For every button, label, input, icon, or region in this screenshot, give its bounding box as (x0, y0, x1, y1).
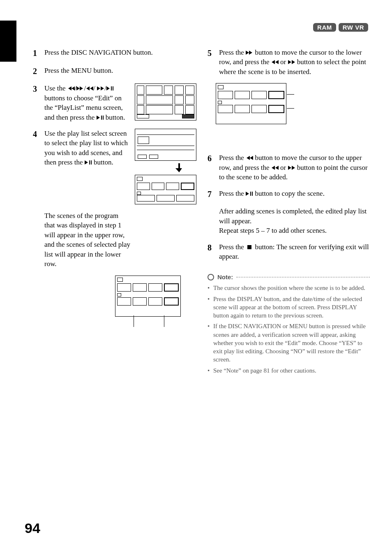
skip-back-icon (67, 86, 75, 91)
rewind-icon (271, 60, 279, 65)
text-frag: Press the (219, 49, 246, 56)
stop-icon (246, 245, 253, 250)
rewind-icon (86, 86, 93, 91)
step-4: 4 Use the play list select screen to sel… (33, 129, 195, 204)
down-arrow-icon (162, 163, 196, 172)
note-list: The cursor shows the position where the … (208, 284, 370, 375)
side-tab (0, 21, 16, 62)
step-text: Press the button: The screen for verifyi… (219, 242, 370, 262)
note-item: If the DISC NAVIGATION or MENU button is… (208, 322, 370, 364)
text-frag: button to copy the scene. (255, 190, 325, 197)
step-number: 2 (33, 66, 40, 77)
right-column: 5 Press the button to move the cursor to… (208, 48, 370, 377)
playlist-select-diagram (135, 129, 196, 161)
step-number: 6 (208, 153, 215, 164)
step-4-note: The scenes of the program that was displ… (33, 211, 195, 269)
format-badges: RAM RW VR (313, 23, 368, 32)
note-heading: Note: (208, 273, 370, 282)
fast-forward-icon (288, 60, 295, 65)
step-6: 6 Press the button to move the cursor to… (208, 153, 370, 182)
step-text: After adding scenes is completed, the ed… (219, 206, 370, 235)
skip-forward-icon (246, 50, 253, 55)
step-7: 7 Press the button to copy the scene. (208, 189, 370, 200)
step-text: Press the MENU button. (44, 66, 195, 75)
badge-rwvr: RW VR (339, 23, 368, 32)
step-number: 4 (33, 129, 40, 140)
text-line: Repeat steps 5 – 7 to add other scenes. (219, 226, 370, 235)
text-frag: Press the (219, 243, 246, 251)
cursor-upper-diagram (216, 83, 286, 124)
step-text: Press the button to copy the scene. (219, 189, 370, 198)
text-frag: or (280, 58, 288, 66)
body-columns: 1 Press the DISC NAVIGATION button. 2 Pr… (33, 48, 370, 377)
text-frag: Press the (219, 154, 246, 162)
step-number: 8 (208, 242, 215, 254)
step-number: 1 (33, 48, 40, 59)
text-frag: button. (106, 114, 125, 121)
step-number: 5 (208, 48, 215, 59)
fast-forward-icon (97, 86, 104, 91)
step-number: 7 (208, 189, 215, 200)
note-item: The cursor shows the position where the … (208, 284, 370, 292)
cursor-lower-diagram (115, 276, 181, 317)
page-number: 94 (25, 520, 40, 536)
step-text: Use the play list select screen to selec… (44, 129, 131, 167)
step-text: Press the DISC NAVIGATION button. (44, 48, 195, 57)
text-line: After adding scenes is completed, the ed… (219, 206, 370, 226)
left-column: 1 Press the DISC NAVIGATION button. 2 Pr… (33, 48, 195, 377)
note-item: Press the DISPLAY button, and the date/t… (208, 295, 370, 320)
play-pause-icon (85, 160, 92, 165)
text-frag: or (280, 164, 288, 171)
play-pause-icon (106, 86, 114, 91)
step-1: 1 Press the DISC NAVIGATION button. (33, 48, 195, 59)
step-text: Press the button to move the cursor to t… (219, 48, 370, 76)
badge-ram: RAM (313, 23, 336, 32)
rewind-icon (271, 165, 279, 170)
text-frag: button. (94, 158, 113, 166)
text-frag: Press the (219, 190, 246, 197)
edit-screen-diagram (135, 175, 196, 204)
step-text: Use the /// / buttons to choose “Edit” o… (44, 83, 131, 122)
step-number: 3 (33, 83, 40, 95)
step-3: 3 Use the /// / buttons to choose “Edit”… (33, 83, 195, 122)
step-2: 2 Press the MENU button. (33, 66, 195, 77)
step-text: Press the button to move the cursor to t… (219, 153, 370, 182)
step-8: 8 Press the button: The screen for verif… (208, 242, 370, 262)
play-pause-icon (246, 191, 253, 196)
step-7-result: After adding scenes is completed, the ed… (208, 206, 370, 235)
skip-back-icon (246, 155, 253, 160)
fast-forward-icon (288, 165, 295, 170)
play-pause-icon (97, 115, 104, 120)
step-5: 5 Press the button to move the cursor to… (208, 48, 370, 76)
note-block: Note: The cursor shows the position wher… (208, 273, 370, 375)
svg-rect-0 (247, 245, 251, 249)
step-text: The scenes of the program that was displ… (44, 211, 131, 269)
note-item: See “Note” on page 81 for other cautions… (208, 366, 370, 375)
skip-forward-icon (76, 86, 84, 91)
menu-diagram (135, 83, 196, 120)
text-frag: Use the (44, 84, 67, 92)
